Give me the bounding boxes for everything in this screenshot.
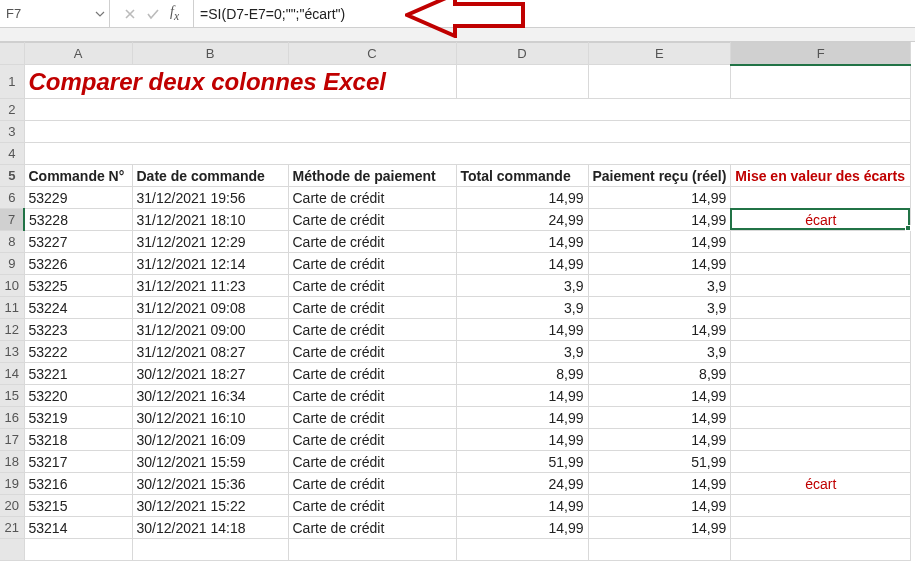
row-header[interactable]: 5 xyxy=(0,165,24,187)
cell[interactable]: 53219 xyxy=(24,407,132,429)
cell[interactable]: 14,99 xyxy=(588,429,731,451)
cell[interactable]: 53228 xyxy=(24,209,132,231)
cell[interactable] xyxy=(731,451,911,473)
header-cell[interactable]: Méthode de paiement xyxy=(288,165,456,187)
cell[interactable]: 14,99 xyxy=(588,253,731,275)
dropdown-icon[interactable] xyxy=(95,9,105,19)
cell[interactable] xyxy=(132,539,288,561)
cell[interactable]: 53218 xyxy=(24,429,132,451)
cell[interactable] xyxy=(456,65,588,99)
header-cell[interactable]: Commande N° xyxy=(24,165,132,187)
row-header[interactable]: 11 xyxy=(0,297,24,319)
cell[interactable]: 14,99 xyxy=(456,429,588,451)
cell[interactable]: 53224 xyxy=(24,297,132,319)
cell[interactable]: Carte de crédit xyxy=(288,473,456,495)
cell[interactable] xyxy=(731,385,911,407)
cell[interactable]: 31/12/2021 11:23 xyxy=(132,275,288,297)
header-cell[interactable]: Total commande xyxy=(456,165,588,187)
cell[interactable]: 53215 xyxy=(24,495,132,517)
select-all-corner[interactable] xyxy=(0,43,24,65)
cell[interactable]: 14,99 xyxy=(588,385,731,407)
header-cell[interactable]: Date de commande xyxy=(132,165,288,187)
row-header[interactable]: 1 xyxy=(0,65,24,99)
cell[interactable] xyxy=(456,539,588,561)
cell[interactable] xyxy=(731,297,911,319)
cell[interactable]: 3,9 xyxy=(588,275,731,297)
row-header[interactable]: 13 xyxy=(0,341,24,363)
cell[interactable]: 31/12/2021 09:08 xyxy=(132,297,288,319)
cell[interactable] xyxy=(731,319,911,341)
cell[interactable]: 51,99 xyxy=(588,451,731,473)
cell[interactable]: 14,99 xyxy=(456,385,588,407)
cell[interactable]: 30/12/2021 16:34 xyxy=(132,385,288,407)
col-header-D[interactable]: D xyxy=(456,43,588,65)
col-header-E[interactable]: E xyxy=(588,43,731,65)
cell[interactable]: 53227 xyxy=(24,231,132,253)
cell[interactable]: 53226 xyxy=(24,253,132,275)
cell[interactable]: 51,99 xyxy=(456,451,588,473)
cell[interactable]: 53217 xyxy=(24,451,132,473)
row-header[interactable]: 6 xyxy=(0,187,24,209)
cell[interactable]: 24,99 xyxy=(456,209,588,231)
cell[interactable] xyxy=(24,99,911,121)
cell[interactable]: 31/12/2021 19:56 xyxy=(132,187,288,209)
cell[interactable]: 8,99 xyxy=(588,363,731,385)
cell[interactable]: 14,99 xyxy=(456,231,588,253)
header-cell[interactable]: Mise en valeur des écarts xyxy=(731,165,911,187)
row-header[interactable]: 14 xyxy=(0,363,24,385)
cell[interactable]: 53216 xyxy=(24,473,132,495)
cell[interactable] xyxy=(731,187,911,209)
cell[interactable] xyxy=(731,341,911,363)
cell[interactable]: 14,99 xyxy=(456,319,588,341)
fx-icon[interactable]: fx xyxy=(170,4,179,23)
cell[interactable]: 30/12/2021 15:59 xyxy=(132,451,288,473)
cell[interactable] xyxy=(731,65,911,99)
cell[interactable]: 53225 xyxy=(24,275,132,297)
cell[interactable]: 31/12/2021 18:10 xyxy=(132,209,288,231)
cell[interactable]: Carte de crédit xyxy=(288,275,456,297)
cell[interactable]: 14,99 xyxy=(588,495,731,517)
cell[interactable]: 31/12/2021 12:14 xyxy=(132,253,288,275)
cell[interactable]: 14,99 xyxy=(588,517,731,539)
cell[interactable]: Carte de crédit xyxy=(288,209,456,231)
cancel-icon[interactable] xyxy=(124,8,136,20)
header-cell[interactable]: Paiement reçu (réel) xyxy=(588,165,731,187)
cell[interactable]: 24,99 xyxy=(456,473,588,495)
cell[interactable]: 53214 xyxy=(24,517,132,539)
cell[interactable]: 14,99 xyxy=(456,187,588,209)
cell[interactable]: 14,99 xyxy=(588,407,731,429)
row-header[interactable]: 4 xyxy=(0,143,24,165)
cell[interactable] xyxy=(731,275,911,297)
cell[interactable]: 14,99 xyxy=(456,517,588,539)
cell[interactable]: 30/12/2021 16:10 xyxy=(132,407,288,429)
cell[interactable] xyxy=(731,407,911,429)
cell[interactable]: 53220 xyxy=(24,385,132,407)
cell[interactable]: 53229 xyxy=(24,187,132,209)
cell[interactable] xyxy=(24,121,911,143)
cell[interactable] xyxy=(731,539,911,561)
cell[interactable] xyxy=(731,363,911,385)
cell[interactable] xyxy=(24,539,132,561)
cell[interactable]: 53221 xyxy=(24,363,132,385)
name-box[interactable] xyxy=(4,5,84,22)
row-header[interactable]: 19 xyxy=(0,473,24,495)
row-header[interactable]: 3 xyxy=(0,121,24,143)
cell[interactable]: Carte de crédit xyxy=(288,341,456,363)
cell[interactable]: 14,99 xyxy=(588,209,731,231)
cell[interactable]: 3,9 xyxy=(456,275,588,297)
cell[interactable]: 14,99 xyxy=(588,473,731,495)
cell[interactable]: Carte de crédit xyxy=(288,253,456,275)
cell[interactable]: écart xyxy=(731,209,911,231)
col-header-B[interactable]: B xyxy=(132,43,288,65)
cell[interactable]: Carte de crédit xyxy=(288,385,456,407)
cell[interactable]: Carte de crédit xyxy=(288,319,456,341)
cell[interactable]: 14,99 xyxy=(588,231,731,253)
cell[interactable]: 31/12/2021 12:29 xyxy=(132,231,288,253)
col-header-A[interactable]: A xyxy=(24,43,132,65)
cell[interactable] xyxy=(588,65,731,99)
cell[interactable] xyxy=(731,517,911,539)
cell[interactable]: Carte de crédit xyxy=(288,297,456,319)
cell[interactable]: Carte de crédit xyxy=(288,451,456,473)
row-header[interactable]: 20 xyxy=(0,495,24,517)
row-header[interactable]: 7 xyxy=(0,209,24,231)
